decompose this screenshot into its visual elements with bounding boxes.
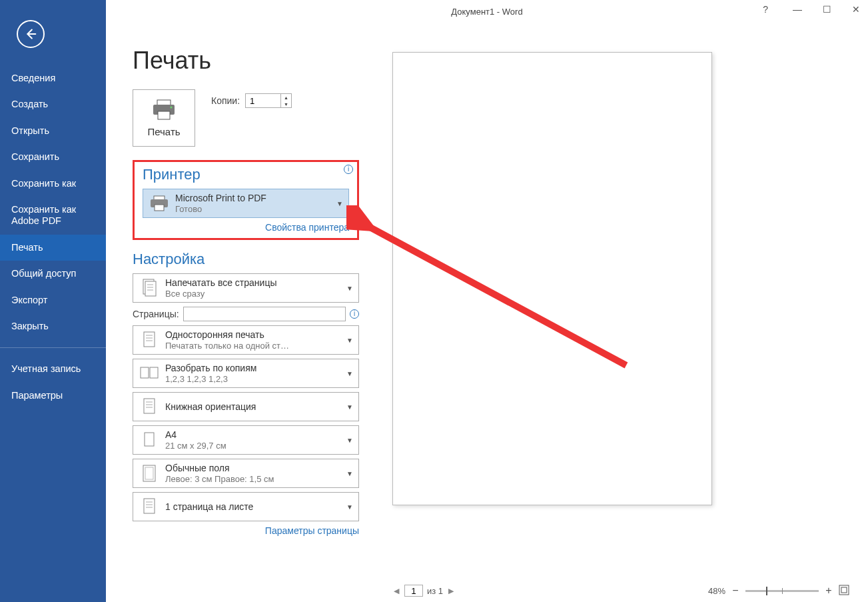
paper-title: A4 <box>165 429 342 440</box>
sidebar-separator <box>0 347 106 348</box>
sidebar-item-1[interactable]: Создать <box>0 91 106 117</box>
sidebar-item-5[interactable]: Сохранить как Adobe PDF <box>0 197 106 235</box>
margins-icon <box>141 464 157 483</box>
svg-rect-23 <box>145 433 154 446</box>
page-size-icon <box>142 431 157 449</box>
collate-sub: 1,2,3 1,2,3 1,2,3 <box>165 374 342 384</box>
orientation-title: Книжная ориентация <box>165 401 342 412</box>
svg-rect-31 <box>841 587 847 593</box>
pages-input[interactable] <box>183 307 346 321</box>
printer-section-title: Принтер <box>143 166 349 183</box>
collate-title: Разобрать по копиям <box>165 363 342 373</box>
svg-rect-3 <box>158 111 170 119</box>
svg-rect-17 <box>141 367 149 378</box>
per-sheet-icon <box>142 497 157 516</box>
copies-spinner[interactable]: ▲ ▼ <box>245 93 292 108</box>
printer-name: Microsoft Print to PDF <box>175 193 332 203</box>
sidebar-item-7[interactable]: Общий доступ <box>0 261 106 287</box>
preview-area: ◀ из 1 ▶ 48% − + <box>359 47 853 602</box>
copies-label: Копии: <box>211 95 240 106</box>
per-sheet-title: 1 страница на листе <box>165 501 342 512</box>
sidebar: СведенияСоздатьОткрытьСохранитьСохранить… <box>0 0 106 602</box>
chevron-down-icon: ▼ <box>346 337 353 344</box>
printer-status: Готово <box>175 204 332 214</box>
portrait-icon <box>142 397 157 416</box>
printer-info-icon[interactable]: i <box>344 165 353 174</box>
print-what-sub: Все сразу <box>165 289 342 299</box>
sides-dropdown[interactable]: Односторонняя печать Печатать только на … <box>133 325 359 355</box>
page-setup-link[interactable]: Параметры страницы <box>133 525 359 536</box>
paper-sub: 21 см x 29,7 см <box>165 441 342 451</box>
chevron-down-icon: ▼ <box>346 503 353 511</box>
arrow-left-icon <box>23 27 38 41</box>
preview-footer: ◀ из 1 ▶ 48% − + <box>392 582 849 599</box>
margins-title: Обычные поля <box>165 463 342 473</box>
zoom-out-button[interactable]: − <box>731 585 740 597</box>
svg-rect-9 <box>145 281 156 296</box>
settings-section-title: Настройка <box>133 251 359 268</box>
sides-sub: Печатать только на одной ст… <box>165 341 342 351</box>
margins-dropdown[interactable]: Обычные поля Левое: 3 см Правое: 1,5 см … <box>133 459 359 488</box>
print-button[interactable]: Печать <box>133 89 195 147</box>
svg-rect-19 <box>144 399 155 413</box>
printer-section-highlight: i Принтер Microsoft Print to PDF Готово <box>133 160 359 240</box>
chevron-down-icon: ▼ <box>346 285 353 292</box>
one-side-icon <box>141 330 157 350</box>
orientation-dropdown[interactable]: Книжная ориентация ▼ <box>133 392 359 421</box>
svg-rect-7 <box>155 205 164 211</box>
copies-down[interactable]: ▼ <box>281 101 291 107</box>
fit-page-button[interactable] <box>839 585 849 597</box>
zoom-in-button[interactable]: + <box>824 585 833 597</box>
sidebar-item-9[interactable]: Закрыть <box>0 313 106 339</box>
zoom-slider[interactable] <box>745 590 819 592</box>
per-sheet-dropdown[interactable]: 1 страница на листе ▼ <box>133 492 359 521</box>
page-title: Печать <box>133 47 359 75</box>
pages-icon <box>140 278 159 298</box>
chevron-down-icon: ▼ <box>346 403 353 411</box>
copies-up[interactable]: ▲ <box>281 94 291 101</box>
sidebar-item-3[interactable]: Сохранить <box>0 144 106 170</box>
printer-small-icon <box>149 195 169 211</box>
fit-icon <box>839 585 849 595</box>
copies-input[interactable] <box>246 94 280 107</box>
svg-rect-26 <box>144 499 155 513</box>
page-preview <box>392 52 712 505</box>
page-of-label: из 1 <box>427 586 443 596</box>
margins-sub: Левое: 3 см Правое: 1,5 см <box>165 474 342 484</box>
printer-dropdown[interactable]: Microsoft Print to PDF Готово ▼ <box>143 189 349 218</box>
print-button-label: Печать <box>147 126 180 137</box>
sides-title: Односторонняя печать <box>165 329 342 340</box>
sidebar-item-0[interactable]: Сведения <box>0 65 106 91</box>
svg-rect-13 <box>144 332 155 347</box>
print-what-dropdown[interactable]: Напечатать все страницы Все сразу ▼ <box>133 273 359 303</box>
print-what-title: Напечатать все страницы <box>165 277 342 288</box>
printer-icon <box>151 99 177 121</box>
next-page-button[interactable]: ▶ <box>447 587 455 595</box>
printer-properties-link[interactable]: Свойства принтера <box>143 222 349 233</box>
svg-point-4 <box>171 106 173 108</box>
pages-label: Страницы: <box>133 309 179 319</box>
sidebar-item-6[interactable]: Печать <box>0 235 106 261</box>
sidebar-item-4[interactable]: Сохранить как <box>0 171 106 197</box>
main-area: Печать Печать Копии: <box>106 0 868 602</box>
svg-rect-18 <box>150 367 158 378</box>
chevron-down-icon: ▼ <box>336 200 343 207</box>
sidebar-item-8[interactable]: Экспорт <box>0 287 106 313</box>
current-page-input[interactable] <box>404 585 423 597</box>
svg-rect-1 <box>157 100 171 105</box>
collate-icon <box>139 365 159 382</box>
sidebar-bottom-item-0[interactable]: Учетная запись <box>0 356 106 382</box>
paper-dropdown[interactable]: A4 21 см x 29,7 см ▼ <box>133 425 359 455</box>
svg-rect-30 <box>839 585 849 595</box>
pages-info-icon[interactable]: i <box>350 309 359 319</box>
chevron-down-icon: ▼ <box>346 370 353 377</box>
chevron-down-icon: ▼ <box>346 437 353 444</box>
sidebar-item-2[interactable]: Открыть <box>0 118 106 144</box>
back-button[interactable] <box>17 20 45 48</box>
chevron-down-icon: ▼ <box>346 470 353 477</box>
sidebar-bottom-item-1[interactable]: Параметры <box>0 383 106 409</box>
print-controls: Печать Печать Копии: <box>133 47 359 602</box>
collate-dropdown[interactable]: Разобрать по копиям 1,2,3 1,2,3 1,2,3 ▼ <box>133 359 359 388</box>
zoom-value: 48% <box>708 586 725 596</box>
prev-page-button[interactable]: ◀ <box>392 587 400 595</box>
